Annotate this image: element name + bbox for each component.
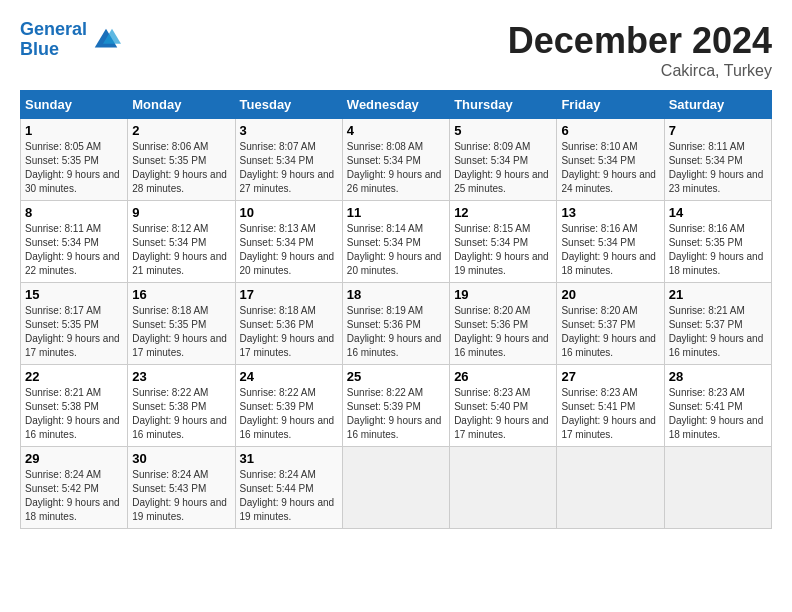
day-number: 17 [240, 287, 338, 302]
day-number: 29 [25, 451, 123, 466]
day-info: Sunrise: 8:22 AMSunset: 5:38 PMDaylight:… [132, 387, 227, 440]
day-info: Sunrise: 8:08 AMSunset: 5:34 PMDaylight:… [347, 141, 442, 194]
location: Cakirca, Turkey [508, 62, 772, 80]
day-info: Sunrise: 8:06 AMSunset: 5:35 PMDaylight:… [132, 141, 227, 194]
day-info: Sunrise: 8:07 AMSunset: 5:34 PMDaylight:… [240, 141, 335, 194]
table-row [342, 447, 449, 529]
day-number: 27 [561, 369, 659, 384]
day-info: Sunrise: 8:18 AMSunset: 5:36 PMDaylight:… [240, 305, 335, 358]
day-info: Sunrise: 8:12 AMSunset: 5:34 PMDaylight:… [132, 223, 227, 276]
table-row: 10Sunrise: 8:13 AMSunset: 5:34 PMDayligh… [235, 201, 342, 283]
day-info: Sunrise: 8:23 AMSunset: 5:40 PMDaylight:… [454, 387, 549, 440]
day-number: 25 [347, 369, 445, 384]
table-row: 21Sunrise: 8:21 AMSunset: 5:37 PMDayligh… [664, 283, 771, 365]
day-info: Sunrise: 8:21 AMSunset: 5:37 PMDaylight:… [669, 305, 764, 358]
table-row: 5Sunrise: 8:09 AMSunset: 5:34 PMDaylight… [450, 119, 557, 201]
table-row: 23Sunrise: 8:22 AMSunset: 5:38 PMDayligh… [128, 365, 235, 447]
table-row: 16Sunrise: 8:18 AMSunset: 5:35 PMDayligh… [128, 283, 235, 365]
calendar-week-3: 15Sunrise: 8:17 AMSunset: 5:35 PMDayligh… [21, 283, 772, 365]
day-number: 16 [132, 287, 230, 302]
header-wednesday: Wednesday [342, 91, 449, 119]
day-info: Sunrise: 8:10 AMSunset: 5:34 PMDaylight:… [561, 141, 656, 194]
day-info: Sunrise: 8:16 AMSunset: 5:35 PMDaylight:… [669, 223, 764, 276]
day-info: Sunrise: 8:16 AMSunset: 5:34 PMDaylight:… [561, 223, 656, 276]
table-row: 30Sunrise: 8:24 AMSunset: 5:43 PMDayligh… [128, 447, 235, 529]
day-info: Sunrise: 8:24 AMSunset: 5:42 PMDaylight:… [25, 469, 120, 522]
header-sunday: Sunday [21, 91, 128, 119]
day-number: 2 [132, 123, 230, 138]
table-row: 18Sunrise: 8:19 AMSunset: 5:36 PMDayligh… [342, 283, 449, 365]
header-monday: Monday [128, 91, 235, 119]
day-info: Sunrise: 8:18 AMSunset: 5:35 PMDaylight:… [132, 305, 227, 358]
table-row: 22Sunrise: 8:21 AMSunset: 5:38 PMDayligh… [21, 365, 128, 447]
day-info: Sunrise: 8:11 AMSunset: 5:34 PMDaylight:… [669, 141, 764, 194]
table-row: 25Sunrise: 8:22 AMSunset: 5:39 PMDayligh… [342, 365, 449, 447]
table-row: 20Sunrise: 8:20 AMSunset: 5:37 PMDayligh… [557, 283, 664, 365]
day-number: 8 [25, 205, 123, 220]
calendar-week-2: 8Sunrise: 8:11 AMSunset: 5:34 PMDaylight… [21, 201, 772, 283]
day-number: 1 [25, 123, 123, 138]
table-row: 13Sunrise: 8:16 AMSunset: 5:34 PMDayligh… [557, 201, 664, 283]
day-info: Sunrise: 8:23 AMSunset: 5:41 PMDaylight:… [561, 387, 656, 440]
title-block: December 2024 Cakirca, Turkey [508, 20, 772, 80]
day-number: 10 [240, 205, 338, 220]
day-number: 7 [669, 123, 767, 138]
day-number: 12 [454, 205, 552, 220]
day-number: 4 [347, 123, 445, 138]
day-info: Sunrise: 8:20 AMSunset: 5:36 PMDaylight:… [454, 305, 549, 358]
day-number: 23 [132, 369, 230, 384]
day-number: 11 [347, 205, 445, 220]
table-row: 9Sunrise: 8:12 AMSunset: 5:34 PMDaylight… [128, 201, 235, 283]
calendar-week-4: 22Sunrise: 8:21 AMSunset: 5:38 PMDayligh… [21, 365, 772, 447]
calendar-week-5: 29Sunrise: 8:24 AMSunset: 5:42 PMDayligh… [21, 447, 772, 529]
table-row: 7Sunrise: 8:11 AMSunset: 5:34 PMDaylight… [664, 119, 771, 201]
table-row [664, 447, 771, 529]
month-title: December 2024 [508, 20, 772, 62]
day-number: 21 [669, 287, 767, 302]
header-friday: Friday [557, 91, 664, 119]
day-info: Sunrise: 8:22 AMSunset: 5:39 PMDaylight:… [347, 387, 442, 440]
day-number: 18 [347, 287, 445, 302]
day-info: Sunrise: 8:05 AMSunset: 5:35 PMDaylight:… [25, 141, 120, 194]
day-info: Sunrise: 8:17 AMSunset: 5:35 PMDaylight:… [25, 305, 120, 358]
logo: GeneralBlue [20, 20, 121, 60]
logo-icon [91, 25, 121, 55]
day-number: 13 [561, 205, 659, 220]
table-row: 24Sunrise: 8:22 AMSunset: 5:39 PMDayligh… [235, 365, 342, 447]
day-number: 19 [454, 287, 552, 302]
day-number: 15 [25, 287, 123, 302]
day-number: 26 [454, 369, 552, 384]
day-number: 6 [561, 123, 659, 138]
header-thursday: Thursday [450, 91, 557, 119]
weekday-header-row: Sunday Monday Tuesday Wednesday Thursday… [21, 91, 772, 119]
table-row [557, 447, 664, 529]
day-number: 14 [669, 205, 767, 220]
table-row: 17Sunrise: 8:18 AMSunset: 5:36 PMDayligh… [235, 283, 342, 365]
day-info: Sunrise: 8:24 AMSunset: 5:44 PMDaylight:… [240, 469, 335, 522]
table-row: 26Sunrise: 8:23 AMSunset: 5:40 PMDayligh… [450, 365, 557, 447]
calendar-week-1: 1Sunrise: 8:05 AMSunset: 5:35 PMDaylight… [21, 119, 772, 201]
table-row: 2Sunrise: 8:06 AMSunset: 5:35 PMDaylight… [128, 119, 235, 201]
logo-text: GeneralBlue [20, 20, 87, 60]
day-info: Sunrise: 8:11 AMSunset: 5:34 PMDaylight:… [25, 223, 120, 276]
day-info: Sunrise: 8:23 AMSunset: 5:41 PMDaylight:… [669, 387, 764, 440]
table-row: 19Sunrise: 8:20 AMSunset: 5:36 PMDayligh… [450, 283, 557, 365]
table-row: 11Sunrise: 8:14 AMSunset: 5:34 PMDayligh… [342, 201, 449, 283]
day-info: Sunrise: 8:13 AMSunset: 5:34 PMDaylight:… [240, 223, 335, 276]
table-row: 27Sunrise: 8:23 AMSunset: 5:41 PMDayligh… [557, 365, 664, 447]
calendar-table: Sunday Monday Tuesday Wednesday Thursday… [20, 90, 772, 529]
day-info: Sunrise: 8:14 AMSunset: 5:34 PMDaylight:… [347, 223, 442, 276]
table-row: 3Sunrise: 8:07 AMSunset: 5:34 PMDaylight… [235, 119, 342, 201]
day-number: 28 [669, 369, 767, 384]
day-number: 20 [561, 287, 659, 302]
day-info: Sunrise: 8:21 AMSunset: 5:38 PMDaylight:… [25, 387, 120, 440]
table-row: 29Sunrise: 8:24 AMSunset: 5:42 PMDayligh… [21, 447, 128, 529]
page-header: GeneralBlue December 2024 Cakirca, Turke… [20, 20, 772, 80]
table-row: 6Sunrise: 8:10 AMSunset: 5:34 PMDaylight… [557, 119, 664, 201]
table-row: 1Sunrise: 8:05 AMSunset: 5:35 PMDaylight… [21, 119, 128, 201]
day-number: 31 [240, 451, 338, 466]
table-row: 14Sunrise: 8:16 AMSunset: 5:35 PMDayligh… [664, 201, 771, 283]
header-tuesday: Tuesday [235, 91, 342, 119]
day-number: 30 [132, 451, 230, 466]
header-saturday: Saturday [664, 91, 771, 119]
